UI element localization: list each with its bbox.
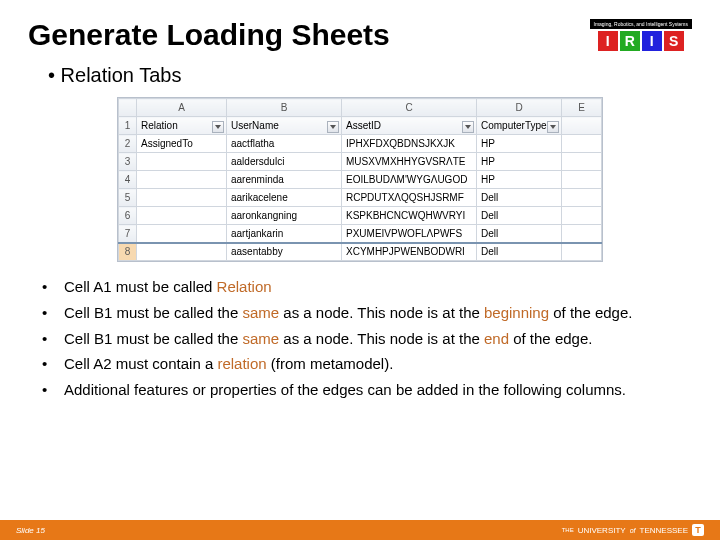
bullet-item: Cell B1 must be called the same as a nod… — [60, 328, 684, 350]
field-header: Relation — [137, 117, 227, 135]
table-cell: MUSXVMXHHYGVSRΛTE — [342, 153, 477, 171]
table-cell — [137, 189, 227, 207]
bullet-text: end — [484, 330, 509, 347]
uni-main: UNIVERSITY — [578, 526, 626, 535]
table-cell — [562, 171, 602, 189]
table-cell: Dell — [477, 243, 562, 261]
bullet-text: same — [242, 304, 279, 321]
bullet-text: as a node. This node is at the — [279, 304, 484, 321]
col-header: D — [477, 99, 562, 117]
table-cell — [562, 225, 602, 243]
row-header: 6 — [119, 207, 137, 225]
uni-tenn: TENNESSEE — [640, 526, 688, 535]
bullet-text: Relation — [217, 278, 272, 295]
logo-letter: R — [620, 31, 640, 51]
bullet-list: Cell A1 must be called RelationCell B1 m… — [0, 272, 720, 405]
table-cell — [562, 243, 602, 261]
logo-letter: S — [664, 31, 684, 51]
col-header: C — [342, 99, 477, 117]
table-cell: HP — [477, 135, 562, 153]
bullet-text: relation — [217, 355, 266, 372]
table-cell: Dell — [477, 189, 562, 207]
bullet-text: (from metamodel). — [267, 355, 394, 372]
table-cell: RCPDUTXΛQQSHJSRMF — [342, 189, 477, 207]
bullet-text: Cell A1 must be called — [64, 278, 217, 295]
bullet-text: Additional features or properties of the… — [64, 381, 626, 398]
table-cell: aartjankarin — [227, 225, 342, 243]
table-cell — [137, 243, 227, 261]
table-cell: IPHXFDXQBDNSJKXJK — [342, 135, 477, 153]
table-cell: XCYMHPJPWENBODWRI — [342, 243, 477, 261]
table-cell — [137, 171, 227, 189]
ut-t-icon: T — [692, 524, 704, 536]
bullet-text: beginning — [484, 304, 549, 321]
table-cell — [137, 225, 227, 243]
table-cell: PXUMEIVPWOFLΛPWFS — [342, 225, 477, 243]
col-header: A — [137, 99, 227, 117]
table-cell: AssignedTo — [137, 135, 227, 153]
table-cell: Dell — [477, 207, 562, 225]
col-header: B — [227, 99, 342, 117]
bullet-text: of the edge. — [549, 304, 632, 321]
field-header: ComputerType — [477, 117, 562, 135]
row-header: 3 — [119, 153, 137, 171]
field-header: AssetID — [342, 117, 477, 135]
field-header — [562, 117, 602, 135]
table-cell: aaldersdulci — [227, 153, 342, 171]
bullet-text: as a node. This node is at the — [279, 330, 484, 347]
logo-letters: IRIS — [598, 31, 684, 51]
logo-letter: I — [642, 31, 662, 51]
logo-letter: I — [598, 31, 618, 51]
bullet-text: Cell B1 must be called the — [64, 330, 242, 347]
field-header: UserName — [227, 117, 342, 135]
table-cell: aarikacelene — [227, 189, 342, 207]
table-cell — [562, 207, 602, 225]
uni-pre: THE — [562, 527, 574, 533]
table-cell: EOILBUDΛM'WYGΛUGOD — [342, 171, 477, 189]
subtitle: • Relation Tabs — [0, 56, 720, 95]
col-header: E — [562, 99, 602, 117]
uni-of: of — [630, 527, 636, 534]
table-cell: aaronkangning — [227, 207, 342, 225]
row-header: 8 — [119, 243, 137, 261]
bullet-text: same — [242, 330, 279, 347]
table-cell — [562, 189, 602, 207]
iris-logo: Imaging, Robotics, and Intelligent Syste… — [590, 19, 693, 51]
table-cell: aactflatha — [227, 135, 342, 153]
table-cell: HP — [477, 153, 562, 171]
spreadsheet-image: ABCDE1RelationUserNameAssetIDComputerTyp… — [0, 95, 720, 272]
table-cell — [137, 207, 227, 225]
page-title: Generate Loading Sheets — [28, 18, 390, 52]
table-cell: aarenminda — [227, 171, 342, 189]
row-header: 7 — [119, 225, 137, 243]
row-header: 2 — [119, 135, 137, 153]
table-cell: KSPKBHCNCWQHWVRYI — [342, 207, 477, 225]
table-cell — [137, 153, 227, 171]
row-header: 4 — [119, 171, 137, 189]
bullet-item: Cell A2 must contain a relation (from me… — [60, 353, 684, 375]
table-cell: aasentabby — [227, 243, 342, 261]
table-cell: Dell — [477, 225, 562, 243]
table-cell — [562, 135, 602, 153]
bullet-item: Cell A1 must be called Relation — [60, 276, 684, 298]
university-mark: THE UNIVERSITY of TENNESSEE T — [562, 524, 704, 536]
slide-footer: Slide 15 THE UNIVERSITY of TENNESSEE T — [0, 520, 720, 540]
row-header: 5 — [119, 189, 137, 207]
bullet-text: Cell A2 must contain a — [64, 355, 217, 372]
table-cell: HP — [477, 171, 562, 189]
bullet-text: of the edge. — [509, 330, 592, 347]
row-header: 1 — [119, 117, 137, 135]
spreadsheet-table: ABCDE1RelationUserNameAssetIDComputerTyp… — [118, 98, 602, 261]
bullet-item: Additional features or properties of the… — [60, 379, 684, 401]
bullet-text: Cell B1 must be called the — [64, 304, 242, 321]
logo-tagline: Imaging, Robotics, and Intelligent Syste… — [590, 19, 693, 29]
table-cell — [562, 153, 602, 171]
bullet-item: Cell B1 must be called the same as a nod… — [60, 302, 684, 324]
slide-number: Slide 15 — [16, 526, 45, 535]
